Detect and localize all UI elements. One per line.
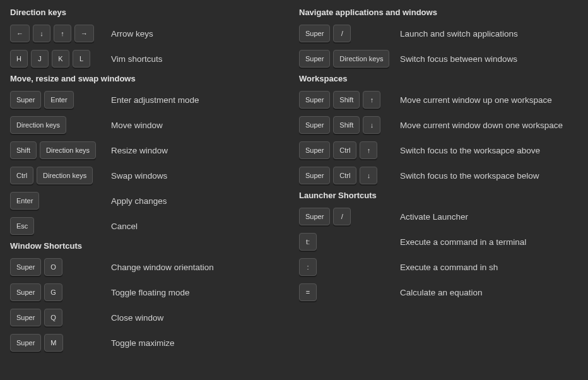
shortcut-row: Super/Launch and switch applications [299, 23, 578, 44]
key-group: Enter [10, 192, 111, 210]
shortcut-desc: Toggle maximize [111, 338, 175, 348]
shortcut-desc: Calculate an equation [400, 288, 483, 297]
key-cap: Super [299, 91, 330, 109]
key-cap: ↑ [363, 91, 380, 109]
key-cap: Ctrl [10, 167, 33, 184]
key-cap: L [73, 50, 90, 68]
shortcut-desc: Switch focus between windows [400, 54, 517, 64]
key-cap: ↑ [54, 25, 71, 42]
shortcut-row: Direction keysMove window [10, 115, 289, 135]
key-cap: ↓ [360, 167, 377, 184]
key-cap: Direction keys [37, 167, 93, 184]
shortcut-desc: Move current window up one workspace [400, 95, 552, 105]
shortcut-desc: Move window [111, 121, 163, 130]
key-group: Super/ [299, 25, 400, 42]
key-cap: M [44, 334, 62, 352]
key-group: t: [299, 233, 400, 251]
key-group: SuperM [10, 334, 111, 352]
section: Direction keys←↓↑→Arrow keysHJKLVim shor… [10, 8, 289, 69]
shortcut-desc: Activate Launcher [400, 212, 468, 222]
shortcut-desc: Resize window [111, 146, 168, 155]
section-title: Window Shortcuts [10, 241, 289, 251]
key-cap: ← [10, 25, 30, 42]
key-cap: Super [10, 91, 41, 109]
key-group: = [299, 283, 400, 301]
key-group: SuperG [10, 283, 111, 301]
key-cap: Direction keys [333, 50, 389, 68]
section: Move, resize and swap windowsSuperEnterE… [10, 74, 289, 236]
key-cap: Super [10, 283, 41, 301]
shortcut-row: EnterApply changes [10, 191, 289, 211]
shortcut-desc: Vim shortcuts [111, 54, 163, 64]
key-cap: Super [10, 334, 41, 352]
key-group: : [299, 258, 400, 276]
shortcut-row: CtrlDirection keysSwap windows [10, 165, 289, 186]
section: Window ShortcutsSuperOChange window orie… [10, 241, 289, 353]
shortcut-desc: Change window orientation [111, 263, 214, 272]
key-cap: Enter [44, 91, 73, 109]
key-cap: Enter [10, 192, 39, 210]
key-cap: Q [44, 309, 62, 326]
key-cap: Super [299, 25, 330, 42]
key-group: SuperQ [10, 309, 111, 326]
key-cap: t: [299, 233, 317, 251]
key-cap: : [299, 258, 317, 276]
key-cap: Shift [333, 116, 360, 134]
key-cap: / [333, 208, 351, 225]
key-group: Super/ [299, 208, 400, 225]
shortcut-desc: Switch focus to the worksapce above [400, 146, 540, 155]
section-title: Move, resize and swap windows [10, 74, 289, 83]
key-group: SuperO [10, 258, 111, 276]
shortcut-desc: Toggle floating mode [111, 288, 190, 297]
key-group: Direction keys [10, 116, 111, 134]
shortcut-row: SuperQClose window [10, 307, 289, 328]
section-title: Direction keys [10, 8, 289, 17]
key-cap: J [31, 50, 49, 68]
shortcut-desc: Execute a command in sh [400, 263, 498, 272]
key-cap: Super [299, 208, 330, 225]
shortcut-desc: Swap windows [111, 171, 167, 181]
shortcut-desc: Move current window down one workspace [400, 121, 563, 130]
section: Launcher ShortcutsSuper/Activate Launche… [299, 191, 578, 302]
shortcut-row: ←↓↑→Arrow keys [10, 23, 289, 44]
key-cap: / [333, 25, 351, 42]
key-cap: Super [299, 141, 330, 159]
key-cap: H [10, 50, 28, 68]
key-cap: Direction keys [10, 116, 66, 134]
key-cap: Super [299, 167, 330, 184]
key-group: ←↓↑→ [10, 25, 111, 42]
section: Navigate applications and windowsSuper/L… [299, 8, 578, 69]
key-cap: Ctrl [333, 141, 356, 159]
key-cap: Direction keys [40, 141, 96, 159]
shortcut-desc: Apply changes [111, 196, 167, 206]
section-title: Navigate applications and windows [299, 8, 578, 17]
key-group: CtrlDirection keys [10, 167, 111, 184]
section-title: Launcher Shortcuts [299, 191, 578, 200]
key-group: SuperCtrl↓ [299, 167, 400, 184]
key-cap: ↑ [360, 141, 377, 159]
key-cap: Esc [10, 217, 34, 235]
shortcut-desc: Arrow keys [111, 29, 153, 39]
shortcut-row: SuperEnterEnter adjustment mode [10, 90, 289, 110]
section: WorkspacesSuperShift↑Move current window… [299, 74, 578, 186]
shortcut-row: SuperShift↑Move current window up one wo… [299, 90, 578, 110]
key-group: SuperShift↑ [299, 91, 400, 109]
shortcut-row: :Execute a command in sh [299, 257, 578, 277]
shortcut-row: SuperDirection keysSwitch focus between … [299, 49, 578, 69]
key-group: SuperShift↓ [299, 116, 400, 134]
key-cap: K [52, 50, 69, 68]
shortcut-row: SuperShift↓Move current window down one … [299, 115, 578, 135]
key-group: HJKL [10, 50, 111, 68]
shortcut-row: t:Execute a command in a terminal [299, 232, 578, 252]
key-cap: G [44, 283, 62, 301]
shortcut-row: SuperOChange window orientation [10, 257, 289, 277]
key-group: SuperDirection keys [299, 50, 400, 68]
section-title: Workspaces [299, 74, 578, 83]
shortcut-desc: Launch and switch applications [400, 29, 518, 39]
key-cap: = [299, 283, 317, 301]
shortcut-row: SuperCtrl↓Switch focus to the workspace … [299, 165, 578, 186]
key-cap: Shift [333, 91, 360, 109]
shortcut-desc: Enter adjustment mode [111, 95, 199, 105]
key-cap: Super [10, 258, 41, 276]
key-cap: ↓ [33, 25, 50, 42]
